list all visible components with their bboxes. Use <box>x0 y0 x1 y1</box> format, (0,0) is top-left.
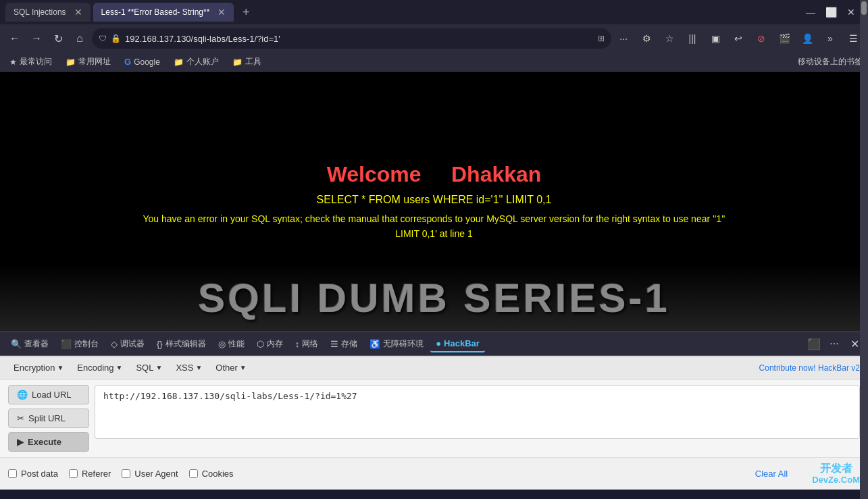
tab-sql-injections[interactable]: SQL Injections ✕ <box>5 3 91 22</box>
hackbar-encoding-menu[interactable]: Encoding ▼ <box>72 361 128 375</box>
brand-icon: 🎬 <box>775 29 794 48</box>
tab-less1-label: Less-1 **Error Based- String** <box>101 7 210 17</box>
minimize-button[interactable]: — <box>805 6 817 18</box>
referer-checkbox[interactable] <box>69 469 78 478</box>
hackbar-url-section: 🌐 Load URL ✂ Split URL ▶ Execute <box>0 379 868 457</box>
devtool-network[interactable]: ↕ 网络 <box>290 336 324 352</box>
referer-checkbox-group[interactable]: Referer <box>69 469 111 479</box>
devtool-storage-label: 存储 <box>341 338 357 350</box>
more-button[interactable]: » <box>821 29 840 48</box>
mobile-bookmarks[interactable]: 移动设备上的书签 <box>798 56 863 68</box>
hackbar-url-input[interactable] <box>95 385 860 439</box>
new-tab-button[interactable]: + <box>236 3 255 22</box>
address-bar[interactable]: 🛡 🔒 192.168.137.130/sqli-labs/Less-1/?id… <box>92 28 611 49</box>
hackbar-xss-menu[interactable]: XSS ▼ <box>170 361 207 375</box>
accessibility-icon: ♿ <box>369 339 380 349</box>
tab-sql-injections-close[interactable]: ✕ <box>74 7 82 18</box>
tab-sql-injections-label: SQL Injections <box>14 7 66 17</box>
tab-less1-close[interactable]: ✕ <box>218 7 226 18</box>
extensions-button[interactable]: ⚙ <box>637 29 656 48</box>
clear-all-button[interactable]: Clear All <box>755 469 788 479</box>
hackbar-other-label: Other <box>215 363 238 373</box>
devtool-memory[interactable]: ⬡ 内存 <box>251 336 288 352</box>
bookmark-common-sites[interactable]: 📁 常用网址 <box>61 55 115 69</box>
address-bar-row: ← → ↻ ⌂ 🛡 🔒 192.168.137.130/sqli-labs/Le… <box>0 24 868 53</box>
postdata-checkbox[interactable] <box>8 469 17 478</box>
bookmark-label: 最常访问 <box>20 56 52 68</box>
debugger-icon: ◇ <box>111 339 118 349</box>
welcome-heading: Welcome Dhakkan <box>130 162 738 187</box>
devtool-debugger-label: 调试器 <box>120 338 145 350</box>
bookmark-label: 个人账户 <box>186 56 219 68</box>
sql-chevron-icon: ▼ <box>155 364 162 371</box>
hackbar-encryption-menu[interactable]: Encryption ▼ <box>8 361 69 375</box>
bookmark-personal-account[interactable]: 📁 个人账户 <box>170 55 223 69</box>
reader-mode-button[interactable]: ▣ <box>706 29 725 48</box>
sqli-banner: SQLI DUMB SERIES-1 <box>0 264 868 332</box>
split-url-button[interactable]: ✂ Split URL <box>8 409 89 428</box>
bookmark-google[interactable]: G Google <box>120 55 164 68</box>
bookshelf-icon[interactable]: ||| <box>683 29 702 48</box>
encryption-chevron-icon: ▼ <box>57 364 63 371</box>
back-button[interactable]: ← <box>5 29 24 48</box>
devtool-inspector[interactable]: 🔍 查看器 <box>5 336 54 352</box>
devtools-overflow-button[interactable]: ··· <box>826 336 842 352</box>
devtool-storage[interactable]: ☰ 存储 <box>325 336 363 352</box>
profile-icon[interactable]: 👤 <box>798 29 817 48</box>
load-url-icon: 🌐 <box>17 390 28 400</box>
bookmarks-bar: ★ 最常访问 📁 常用网址 G Google 📁 个人账户 📁 工具 移动设备上… <box>0 53 868 72</box>
cookies-checkbox[interactable] <box>189 469 198 478</box>
memory-icon: ⬡ <box>257 339 264 349</box>
tab-less1[interactable]: Less-1 **Error Based- String** ✕ <box>93 3 234 22</box>
devtools-scrollbar-thumb[interactable] <box>861 1 867 15</box>
cookies-checkbox-group[interactable]: Cookies <box>189 469 234 479</box>
devtool-performance[interactable]: ◎ 性能 <box>213 336 250 352</box>
inspector-icon: 🔍 <box>11 339 22 349</box>
sync-icon[interactable]: ↩ <box>729 29 748 48</box>
hackbar-encryption-label: Encryption <box>14 363 55 373</box>
hackbar-menu: Encryption ▼ Encoding ▼ SQL ▼ XSS ▼ Othe… <box>0 357 868 379</box>
overflow-button[interactable]: ··· <box>614 29 633 48</box>
hackbar-other-menu[interactable]: Other ▼ <box>210 361 251 375</box>
devtools-scrollbar[interactable] <box>860 0 868 499</box>
hackbar-contribute-link[interactable]: Contribute now! HackBar v2 <box>759 363 860 373</box>
devtool-console[interactable]: ⬛ 控制台 <box>55 336 104 352</box>
execute-button[interactable]: ▶ Execute <box>8 432 89 452</box>
devtools-bar: 🔍 查看器 ⬛ 控制台 ◇ 调试器 {} 样式编辑器 ◎ 性能 ⬡ 内存 ↕ 网… <box>0 332 868 356</box>
home-button[interactable]: ⌂ <box>70 29 89 48</box>
devze-line1: 开发者 <box>812 462 860 475</box>
maximize-button[interactable]: ⬜ <box>825 6 837 18</box>
star-button[interactable]: ☆ <box>660 29 679 48</box>
useragent-checkbox-group[interactable]: User Agent <box>122 469 178 479</box>
storage-icon: ☰ <box>330 339 338 349</box>
lock-icon: 🔒 <box>111 34 121 43</box>
grid-icon: ⊞ <box>598 34 605 43</box>
cookies-label: Cookies <box>202 469 234 479</box>
bookmark-most-visited[interactable]: ★ 最常访问 <box>5 55 56 69</box>
hackbar-icon: ● <box>436 338 441 348</box>
devtool-hackbar[interactable]: ● HackBar <box>430 336 485 352</box>
hackbar-sql-menu[interactable]: SQL ▼ <box>130 361 168 375</box>
devtool-accessibility[interactable]: ♿ 无障碍环境 <box>364 336 429 352</box>
useragent-checkbox[interactable] <box>122 469 130 478</box>
split-url-icon: ✂ <box>17 413 24 423</box>
postdata-checkbox-group[interactable]: Post data <box>8 469 58 479</box>
tab-bar: SQL Injections ✕ Less-1 **Error Based- S… <box>0 0 868 24</box>
bookmark-icon: 📁 <box>232 57 242 67</box>
load-url-button[interactable]: 🌐 Load URL <box>8 385 89 404</box>
console-icon: ⬛ <box>61 339 72 349</box>
devtools-right: ⬛ ··· ✕ <box>806 336 863 352</box>
forward-button[interactable]: → <box>27 29 46 48</box>
close-button[interactable]: ✕ <box>845 6 857 18</box>
devtool-performance-label: 性能 <box>228 338 245 350</box>
useragent-label: User Agent <box>134 469 178 479</box>
bookmark-label: Google <box>134 57 160 67</box>
devtool-style-editor[interactable]: {} 样式编辑器 <box>151 336 211 352</box>
bookmark-tools[interactable]: 📁 工具 <box>228 55 265 69</box>
reload-button[interactable]: ↻ <box>49 29 68 48</box>
bookmark-label: 工具 <box>245 56 261 68</box>
performance-icon: ◎ <box>218 339 226 349</box>
devtools-dock-button[interactable]: ⬛ <box>806 336 822 352</box>
devtool-debugger[interactable]: ◇ 调试器 <box>105 336 150 352</box>
devtool-network-label: 网络 <box>302 338 318 350</box>
